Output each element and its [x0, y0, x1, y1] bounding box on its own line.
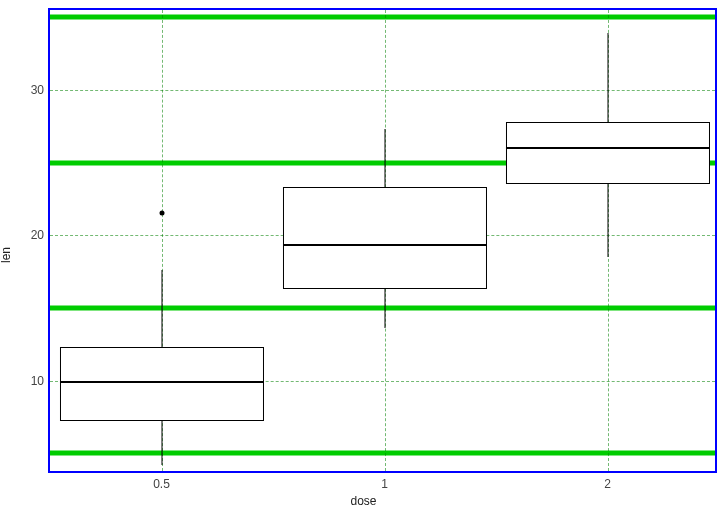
- plot-inner: [50, 10, 715, 471]
- median-line: [282, 244, 486, 246]
- x-axis-title: dose: [350, 494, 376, 508]
- box: [59, 347, 263, 421]
- major-gridline-y: [50, 15, 715, 20]
- box: [282, 187, 486, 289]
- whisker-upper: [161, 270, 162, 347]
- chart-container: len dose 1020300.512: [0, 0, 727, 510]
- whisker-upper: [607, 33, 608, 122]
- y-tick-label: 30: [31, 83, 50, 97]
- whisker-lower: [161, 421, 162, 465]
- whisker-lower: [607, 184, 608, 257]
- whisker-lower: [384, 289, 385, 328]
- y-tick-label: 10: [31, 374, 50, 388]
- x-tick-label: 2: [604, 471, 611, 491]
- x-tick-label: 1: [381, 471, 388, 491]
- minor-gridline-y: [50, 90, 715, 91]
- plot-area: 1020300.512: [48, 8, 717, 473]
- major-gridline-y: [50, 305, 715, 310]
- whisker-upper: [384, 129, 385, 187]
- outlier-point: [159, 211, 164, 216]
- median-line: [505, 147, 709, 149]
- x-tick-label: 0.5: [153, 471, 170, 491]
- box: [505, 122, 709, 184]
- y-axis-title: len: [0, 247, 13, 263]
- median-line: [59, 381, 263, 383]
- major-gridline-y: [50, 451, 715, 456]
- y-tick-label: 20: [31, 228, 50, 242]
